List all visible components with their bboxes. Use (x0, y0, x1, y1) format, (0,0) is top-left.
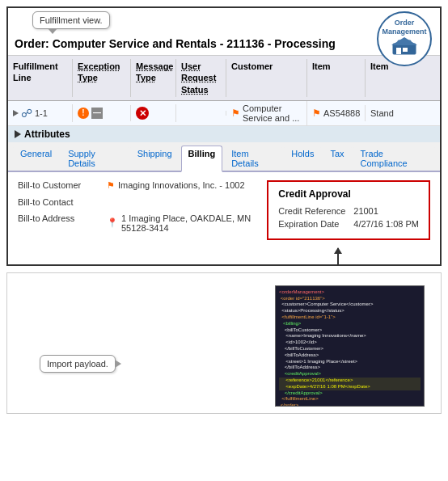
xml-line-13: </billToAddress> (279, 365, 421, 371)
xml-line-18: </fulfillmentLine> (279, 396, 421, 403)
table-header: Fulfillment Line Exception Type Message … (8, 56, 440, 101)
credit-approval-title: Credit Approval (278, 188, 419, 200)
th-fulfillment-line: Fulfillment Line (8, 59, 73, 97)
customer-flag-icon: ⚑ (107, 180, 115, 191)
bill-to-customer-value: ⚑ Imaging Innovations, Inc. - 1002 (107, 180, 245, 191)
xml-line-9: <id>1002</id> (279, 340, 421, 346)
td-item: ⚑ AS54888 (307, 105, 366, 121)
th-user-request-status: User Request Status (176, 59, 226, 97)
flag-icon: ⚑ (231, 108, 240, 119)
bill-to-customer-label: Bill-to Customer (18, 180, 107, 190)
item-flag-icon: ⚑ (312, 108, 321, 119)
th-exception-type: Exception Type (73, 59, 131, 97)
main-container: Fulfillment view. OrderManagement Order:… (0, 6, 448, 481)
credit-reference-value: 21001 (353, 206, 378, 216)
xml-line-1: <orderManagement> (279, 289, 421, 296)
xml-line-11: <billToAddress> (279, 352, 421, 359)
expiration-date-row: Expiration Date 4/27/16 1:08 PM (278, 219, 419, 229)
tab-item-details[interactable]: Item Details (224, 146, 282, 171)
xml-line-19: </order> (279, 403, 421, 407)
xml-line-14: <creditApproval> (279, 371, 421, 378)
order-management-label: OrderManagement (382, 19, 426, 36)
td-fulfillment-line: ☍ 1-1 (8, 104, 73, 122)
bill-to-address-label: Bill-to Address (18, 213, 107, 223)
xml-line-6: <billing> (279, 321, 421, 327)
order-management-icon (391, 37, 417, 59)
bill-to-contact-row: Bill-to Contact (18, 197, 251, 207)
xml-line-8: <name>Imaging Innovations</name> (279, 333, 421, 340)
import-tooltip-text: Import payload. (47, 359, 108, 369)
th-customer: Customer (226, 59, 307, 97)
collapse-triangle-icon[interactable] (15, 130, 21, 138)
xml-line-12: <street>1 Imaging Place</street> (279, 359, 421, 365)
bottom-panel: Import payload. <orderManagement> <order… (6, 272, 442, 414)
expiration-date-label: Expiration Date (278, 219, 347, 229)
warning-icon: ! (78, 108, 89, 119)
import-payload-tooltip: Import payload. (40, 355, 116, 373)
xml-line-5: <fulfillmentLine id="1-1"> (279, 314, 421, 321)
xml-line-15: <reference>21001</reference> (279, 378, 421, 384)
error-icon: ✕ (136, 107, 149, 120)
credit-reference-row: Credit Reference 21001 (278, 206, 419, 216)
tab-holds[interactable]: Holds (284, 146, 321, 171)
bill-to-address-row: Bill-to Address 📍 1 Imaging Place, OAKDA… (18, 213, 251, 233)
xml-line-16: <expDate>4/27/16 1:08 PM</expDate> (279, 384, 421, 390)
xml-line-7: <billToCustomer> (279, 327, 421, 334)
address-pin-icon: 📍 (107, 217, 118, 228)
xml-line-10: </billToCustomer> (279, 346, 421, 352)
tab-tax[interactable]: Tax (323, 146, 351, 171)
td-item2: Stand (366, 106, 440, 120)
th-item: Item (307, 59, 366, 97)
bill-to-contact-label: Bill-to Contact (18, 197, 107, 207)
attributes-title: Attributes (24, 129, 70, 140)
svg-rect-2 (396, 48, 401, 54)
td-customer: ⚑ Computer Service and ... (226, 101, 307, 125)
order-management-badge[interactable]: OrderManagement (377, 11, 432, 66)
td-exception-type: ! — (73, 105, 131, 121)
arrow-section (8, 248, 440, 264)
xml-preview-panel: <orderManagement> <order id="211136"> <c… (275, 285, 425, 407)
xml-line-4: <status>Processing</status> (279, 308, 421, 314)
td-message-type: ✕ (131, 104, 176, 122)
arrowhead-icon (334, 247, 342, 254)
bill-to-customer-row: Bill-to Customer ⚑ Imaging Innovations, … (18, 180, 251, 191)
top-panel: Fulfillment view. OrderManagement Order:… (6, 6, 442, 266)
th-message-type: Message Type (131, 59, 176, 97)
tab-general[interactable]: General (13, 146, 59, 171)
credit-reference-label: Credit Reference (278, 206, 347, 216)
tooltip-text: Fulfillment view. (40, 15, 103, 25)
xml-line-2: <order id="211136"> (279, 296, 421, 302)
dash-icon: — (91, 108, 103, 119)
credit-approval-box: Credit Approval Credit Reference 21001 E… (267, 180, 430, 240)
xml-line-3: <customer>Computer Service</customer> (279, 302, 421, 308)
bill-to-address-value: 📍 1 Imaging Place, OAKDALE, MN 55128-341… (107, 213, 251, 233)
fulfillment-tooltip: Fulfillment view. (32, 11, 110, 29)
tab-trade-compliance[interactable]: Trade Compliance (353, 146, 435, 171)
svg-rect-3 (403, 48, 408, 52)
table-row[interactable]: ☍ 1-1 ! — ✕ ⚑ Computer Service and ... ⚑… (8, 101, 440, 126)
expiration-date-value: 4/27/16 1:08 PM (353, 219, 419, 229)
xml-line-17: </creditApproval> (279, 390, 421, 397)
billing-content: Credit Approval Credit Reference 21001 E… (8, 172, 440, 248)
tab-billing[interactable]: Billing (181, 146, 223, 172)
doc-icon: ☍ (21, 107, 32, 120)
attributes-header: Attributes (8, 126, 440, 142)
td-user-request-status (176, 111, 226, 116)
expand-icon[interactable] (13, 110, 19, 116)
tab-shipping[interactable]: Shipping (130, 146, 180, 171)
tabs-bar: General Supply Details Shipping Billing … (8, 142, 440, 172)
tab-supply-details[interactable]: Supply Details (61, 146, 129, 171)
svg-marker-4 (391, 37, 417, 45)
